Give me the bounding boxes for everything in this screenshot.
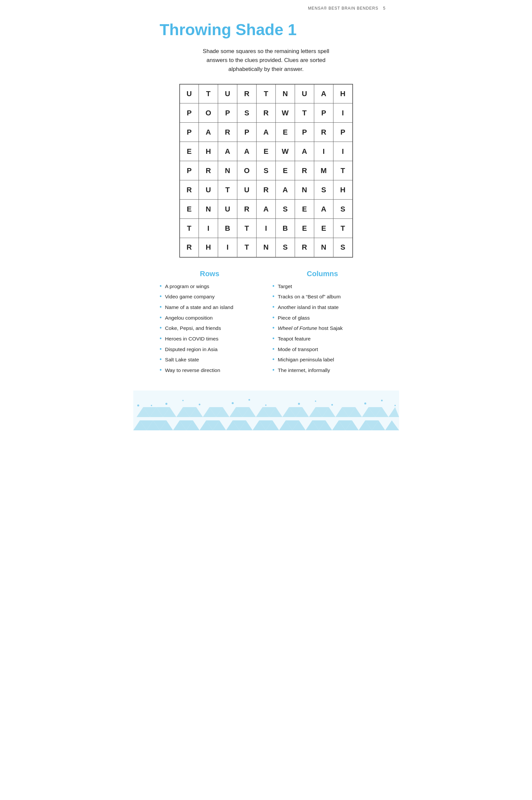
grid-cell-5-2[interactable]: T	[218, 180, 237, 199]
grid-cell-3-0[interactable]: E	[180, 142, 199, 161]
grid-cell-7-3[interactable]: T	[237, 219, 256, 238]
grid-cell-1-7[interactable]: P	[314, 103, 334, 123]
grid-cell-0-1[interactable]: T	[199, 84, 218, 103]
grid-cell-0-4[interactable]: T	[256, 84, 276, 103]
grid-cell-5-6[interactable]: N	[295, 180, 314, 199]
grid-cell-2-8[interactable]: P	[334, 123, 353, 142]
grid-cell-1-5[interactable]: W	[276, 103, 295, 123]
svg-point-63	[165, 403, 167, 405]
grid-cell-1-3[interactable]: S	[237, 103, 256, 123]
svg-point-70	[395, 405, 396, 406]
bottom-decoration	[133, 391, 399, 430]
row-clue-3: •Angelou composition	[160, 314, 260, 322]
grid-cell-8-6[interactable]: R	[295, 238, 314, 257]
bullet-icon: •	[160, 367, 162, 374]
grid-cell-3-5[interactable]: W	[276, 142, 295, 161]
grid-cell-2-0[interactable]: P	[180, 123, 199, 142]
grid-cell-1-1[interactable]: O	[199, 103, 218, 123]
grid-cell-6-4[interactable]: A	[256, 199, 276, 219]
grid-cell-2-7[interactable]: R	[314, 123, 334, 142]
grid-cell-3-8[interactable]: I	[334, 142, 353, 161]
bullet-icon: •	[160, 293, 162, 300]
bullet-icon: •	[272, 293, 274, 300]
grid-cell-8-8[interactable]: S	[334, 238, 353, 257]
grid-cell-0-2[interactable]: U	[218, 84, 237, 103]
grid-cell-6-7[interactable]: A	[314, 199, 334, 219]
grid-cell-3-6[interactable]: A	[295, 142, 314, 161]
grid-cell-7-2[interactable]: B	[218, 219, 237, 238]
grid-cell-8-4[interactable]: N	[256, 238, 276, 257]
grid-cell-5-1[interactable]: U	[199, 180, 218, 199]
grid-cell-1-6[interactable]: T	[295, 103, 314, 123]
grid-cell-3-4[interactable]: E	[256, 142, 276, 161]
bullet-icon: •	[272, 314, 274, 322]
grid-cell-5-0[interactable]: R	[180, 180, 199, 199]
grid-cell-7-7[interactable]: E	[314, 219, 334, 238]
grid-cell-5-3[interactable]: U	[237, 180, 256, 199]
col-clue-4: •Wheel of Fortune host Sajak	[272, 325, 373, 332]
grid-cell-6-6[interactable]: E	[295, 199, 314, 219]
row-clue-6: •Disputed region in Asia	[160, 346, 260, 353]
grid-cell-1-0[interactable]: P	[180, 103, 199, 123]
grid-cell-4-6[interactable]: R	[295, 161, 314, 180]
row-clue-2: •Name of a state and an island	[160, 304, 260, 311]
grid-cell-8-1[interactable]: H	[199, 238, 218, 257]
grid-cell-2-5[interactable]: E	[276, 123, 295, 142]
grid-cell-7-1[interactable]: I	[199, 219, 218, 238]
clue-text: Heroes in COVID times	[165, 335, 218, 342]
grid-cell-5-5[interactable]: A	[276, 180, 295, 199]
bullet-icon: •	[272, 283, 274, 290]
grid-cell-8-0[interactable]: R	[180, 238, 199, 257]
grid-cell-8-5[interactable]: S	[276, 238, 295, 257]
col-clue-8: •The internet, informally	[272, 367, 373, 374]
grid-cell-6-0[interactable]: E	[180, 199, 199, 219]
grid-cell-2-4[interactable]: A	[256, 123, 276, 142]
grid-cell-4-2[interactable]: N	[218, 161, 237, 180]
grid-cell-6-2[interactable]: U	[218, 199, 237, 219]
grid-cell-2-2[interactable]: R	[218, 123, 237, 142]
grid-cell-4-1[interactable]: R	[199, 161, 218, 180]
grid-cell-0-7[interactable]: A	[314, 84, 334, 103]
grid-cell-2-1[interactable]: A	[199, 123, 218, 142]
grid-cell-1-2[interactable]: P	[218, 103, 237, 123]
grid-cell-1-4[interactable]: R	[256, 103, 276, 123]
grid-cell-0-8[interactable]: H	[334, 84, 353, 103]
grid-cell-6-5[interactable]: S	[276, 199, 295, 219]
svg-point-72	[248, 399, 250, 400]
grid-cell-6-3[interactable]: R	[237, 199, 256, 219]
grid-cell-4-5[interactable]: E	[276, 161, 295, 180]
grid-cell-3-3[interactable]: A	[237, 142, 256, 161]
grid-cell-5-7[interactable]: S	[314, 180, 334, 199]
grid-cell-6-8[interactable]: S	[334, 199, 353, 219]
grid-cell-8-2[interactable]: I	[218, 238, 237, 257]
grid-cell-0-6[interactable]: U	[295, 84, 314, 103]
grid-cell-2-3[interactable]: P	[237, 123, 256, 142]
grid-cell-0-5[interactable]: N	[276, 84, 295, 103]
bullet-icon: •	[160, 283, 162, 290]
svg-point-64	[198, 403, 200, 405]
grid-cell-6-1[interactable]: N	[199, 199, 218, 219]
svg-point-73	[315, 400, 316, 402]
grid-cell-2-6[interactable]: P	[295, 123, 314, 142]
grid-cell-8-3[interactable]: T	[237, 238, 256, 257]
grid-cell-4-8[interactable]: T	[334, 161, 353, 180]
grid-cell-1-8[interactable]: I	[334, 103, 353, 123]
grid-cell-7-6[interactable]: E	[295, 219, 314, 238]
grid-cell-3-7[interactable]: I	[314, 142, 334, 161]
grid-cell-7-4[interactable]: I	[256, 219, 276, 238]
grid-cell-7-0[interactable]: T	[180, 219, 199, 238]
grid-cell-8-7[interactable]: N	[314, 238, 334, 257]
grid-cell-4-7[interactable]: M	[314, 161, 334, 180]
grid-cell-7-5[interactable]: B	[276, 219, 295, 238]
grid-cell-7-8[interactable]: T	[334, 219, 353, 238]
grid-cell-4-4[interactable]: S	[256, 161, 276, 180]
grid-cell-4-3[interactable]: O	[237, 161, 256, 180]
grid-cell-0-3[interactable]: R	[237, 84, 256, 103]
grid-cell-0-0[interactable]: U	[180, 84, 199, 103]
grid-cell-5-4[interactable]: R	[256, 180, 276, 199]
grid-cell-3-2[interactable]: A	[218, 142, 237, 161]
grid-cell-4-0[interactable]: P	[180, 161, 199, 180]
columns-title: Columns	[272, 269, 373, 278]
grid-cell-3-1[interactable]: H	[199, 142, 218, 161]
grid-cell-5-8[interactable]: H	[334, 180, 353, 199]
